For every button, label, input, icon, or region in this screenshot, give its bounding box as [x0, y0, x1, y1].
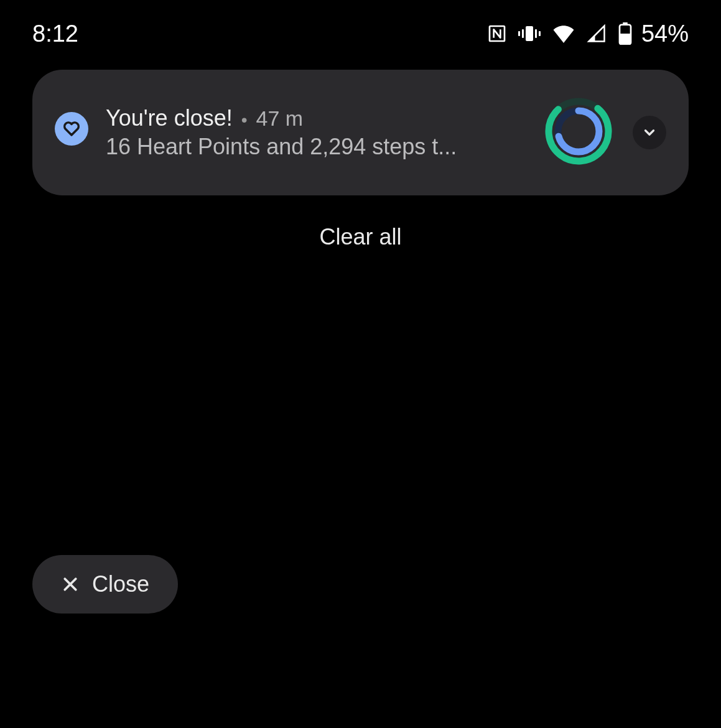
- close-icon: [61, 575, 80, 594]
- status-bar: 8:12: [0, 0, 721, 56]
- close-button[interactable]: Close: [32, 555, 178, 614]
- svg-rect-4: [535, 29, 537, 38]
- close-label: Close: [92, 571, 149, 597]
- svg-rect-1: [526, 26, 533, 41]
- google-fit-app-icon: [55, 112, 88, 146]
- svg-rect-3: [518, 31, 520, 36]
- cellular-signal-icon: [587, 24, 607, 43]
- svg-rect-2: [522, 29, 524, 38]
- expand-button[interactable]: [633, 116, 666, 149]
- notification-title: You're close!: [106, 105, 233, 131]
- wifi-icon: [552, 24, 575, 43]
- chevron-down-icon: [641, 124, 658, 141]
- status-time: 8:12: [32, 21, 78, 47]
- activity-rings-icon: [544, 97, 613, 168]
- battery-icon: [618, 22, 633, 45]
- notification-age: 47 m: [256, 106, 304, 131]
- clear-all-button[interactable]: Clear all: [0, 224, 721, 250]
- notification-card[interactable]: You're close! • 47 m 16 Heart Points and…: [32, 70, 689, 195]
- notification-title-row: You're close! • 47 m: [106, 105, 527, 131]
- status-right: 54%: [487, 21, 689, 47]
- notification-subtitle: 16 Heart Points and 2,294 steps t...: [106, 134, 467, 160]
- battery-percent: 54%: [641, 21, 689, 47]
- svg-rect-8: [620, 34, 631, 44]
- separator-dot: •: [241, 110, 248, 130]
- vibrate-icon: [518, 24, 541, 43]
- svg-rect-5: [539, 31, 541, 36]
- nfc-icon: [487, 24, 507, 44]
- notification-body: You're close! • 47 m 16 Heart Points and…: [106, 105, 527, 160]
